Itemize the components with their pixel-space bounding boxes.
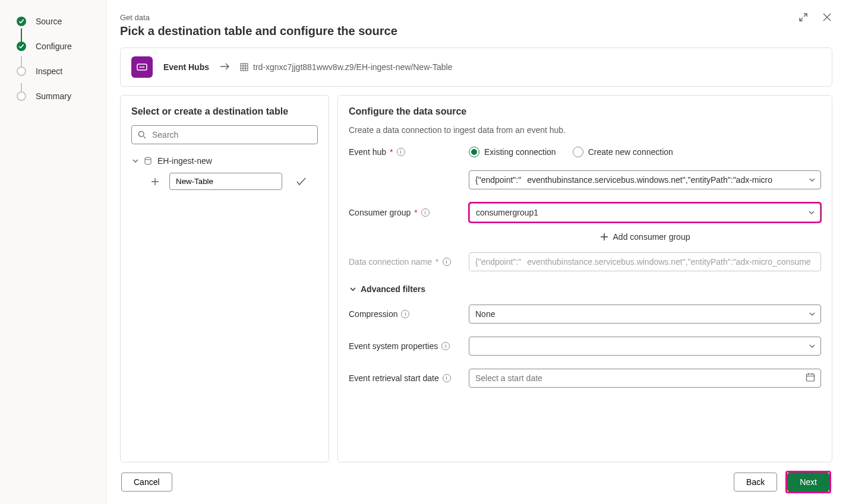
radio-create-new-connection[interactable]: Create new connection <box>573 147 673 157</box>
radio-label: Create new connection <box>588 147 673 157</box>
dcn-value: eventhubinstance.servicebus.windows.net"… <box>527 257 810 267</box>
label-event-hub: Event hub* i <box>349 147 462 157</box>
search-icon <box>138 131 146 139</box>
data-connection-name-field[interactable]: {"endpoint":" eventhubinstance.servicebu… <box>469 252 821 271</box>
step-inspect[interactable]: Inspect <box>17 66 106 76</box>
footer: Cancel Back Next <box>120 462 832 504</box>
add-table-button[interactable] <box>147 173 163 190</box>
close-icon[interactable] <box>822 12 832 23</box>
cancel-button[interactable]: Cancel <box>121 473 172 492</box>
radio-existing-connection[interactable]: Existing connection <box>469 147 556 157</box>
database-icon <box>144 157 152 165</box>
start-date-input[interactable] <box>469 369 821 388</box>
label-event-system-properties: Event system properties i <box>349 341 462 351</box>
destination-path: trd-xgnxc7jjgt881wwv8w.z9/EH-ingest-new/… <box>240 62 452 72</box>
search-input-wrap[interactable] <box>131 125 318 144</box>
event-hub-select[interactable]: {"endpoint":" eventhubinstance.servicebu… <box>469 170 821 189</box>
next-button[interactable]: Next <box>787 473 829 492</box>
compression-input[interactable] <box>469 305 821 324</box>
eh-value: eventhubinstance.servicebus.windows.net"… <box>527 175 772 185</box>
event-system-properties-input[interactable] <box>469 337 821 356</box>
radio-label: Existing connection <box>484 147 556 157</box>
svg-point-6 <box>145 157 151 160</box>
info-icon[interactable]: i <box>443 258 451 266</box>
new-table-input[interactable] <box>169 173 282 190</box>
add-consumer-group-link[interactable]: Add consumer group <box>469 232 821 242</box>
circle-icon <box>17 91 26 101</box>
step-label: Configure <box>36 42 72 51</box>
pathbar: Event Hubs trd-xgnxc7jjgt881wwv8w.z9/EH-… <box>120 47 832 87</box>
advanced-filters-label: Advanced filters <box>361 284 425 294</box>
start-date-field[interactable] <box>469 369 821 388</box>
configure-panel: Configure the data source Create a data … <box>337 95 832 462</box>
panel-subtitle: Create a data connection to ingest data … <box>349 125 821 135</box>
dcn-prefix: {"endpoint":" <box>475 257 521 267</box>
svg-point-5 <box>138 131 144 137</box>
info-icon[interactable]: i <box>397 148 405 156</box>
next-highlight: Next <box>785 471 831 493</box>
path-text: trd-xgnxc7jjgt881wwv8w.z9/EH-ingest-new/… <box>253 62 452 72</box>
svg-rect-4 <box>241 64 248 71</box>
consumer-group-highlight <box>469 202 821 223</box>
destination-panel: Select or create a destination table EH-… <box>120 95 329 462</box>
chevron-down-icon <box>350 286 356 292</box>
check-icon <box>17 42 26 51</box>
plus-icon <box>600 233 608 241</box>
label-data-connection-name: Data connection name* i <box>349 257 462 267</box>
info-icon[interactable]: i <box>441 342 450 350</box>
tree-database-row[interactable]: EH-ingest-new <box>131 154 318 168</box>
check-icon <box>17 17 26 26</box>
consumer-group-select[interactable] <box>469 203 820 222</box>
svg-point-3 <box>143 66 144 68</box>
label-consumer-group: Consumer group* i <box>349 208 462 217</box>
back-button[interactable]: Back <box>734 473 777 492</box>
breadcrumb: Get data <box>120 13 832 22</box>
svg-rect-7 <box>807 374 815 381</box>
advanced-filters-toggle[interactable]: Advanced filters <box>350 284 821 294</box>
expand-icon[interactable] <box>798 12 809 23</box>
search-input[interactable] <box>151 129 311 140</box>
step-label: Summary <box>36 91 71 101</box>
step-label: Inspect <box>36 66 62 76</box>
database-name: EH-ingest-new <box>157 156 212 166</box>
label-compression: Compression i <box>349 309 462 319</box>
page-title: Pick a destination table and configure t… <box>120 24 832 38</box>
eventhubs-icon <box>131 56 153 78</box>
confirm-icon[interactable] <box>293 177 310 186</box>
info-icon[interactable]: i <box>443 374 451 382</box>
info-icon[interactable]: i <box>421 208 430 217</box>
add-consumer-group-label: Add consumer group <box>613 232 690 242</box>
table-icon <box>240 63 248 71</box>
eh-prefix: {"endpoint":" <box>475 175 521 185</box>
consumer-group-input[interactable] <box>469 203 820 222</box>
step-configure[interactable]: Configure <box>17 42 106 51</box>
step-source[interactable]: Source <box>17 17 106 26</box>
event-system-properties-select[interactable] <box>469 337 821 356</box>
chevron-down-icon <box>132 158 138 164</box>
circle-icon <box>17 66 26 76</box>
panel-title: Configure the data source <box>349 106 821 117</box>
calendar-icon[interactable] <box>806 373 815 384</box>
stepper: Source Configure Inspect Summary <box>0 0 107 504</box>
svg-point-1 <box>140 66 141 68</box>
step-label: Source <box>36 17 62 26</box>
step-summary[interactable]: Summary <box>17 91 106 101</box>
panel-title: Select or create a destination table <box>131 106 318 117</box>
arrow-right-icon <box>220 62 229 72</box>
svg-point-2 <box>141 66 143 68</box>
info-icon[interactable]: i <box>401 310 409 318</box>
compression-select[interactable] <box>469 305 821 324</box>
source-label: Event Hubs <box>163 62 209 72</box>
label-event-retrieval-start-date: Event retrieval start date i <box>349 373 462 383</box>
